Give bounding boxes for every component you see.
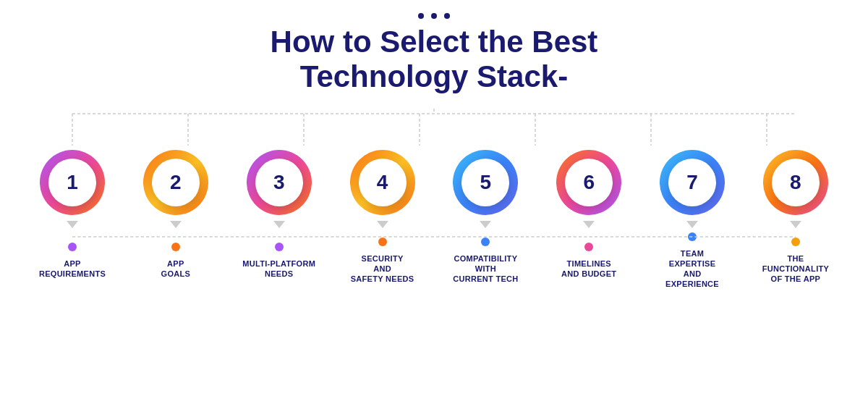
arrow-5: [480, 221, 491, 228]
decorative-dots: [418, 13, 450, 19]
dot-3: [444, 13, 450, 19]
inner-1: 1: [48, 159, 96, 206]
arrow-3: [273, 221, 285, 228]
ring-4: 4: [350, 150, 415, 215]
page-wrapper: How to Select the Best Technology Stack-…: [0, 0, 868, 399]
item-8: 8: [752, 150, 839, 232]
label-6: TIMELINESAND BUDGET: [561, 259, 616, 280]
number-3: 3: [273, 171, 285, 194]
tree-svg: [29, 108, 839, 146]
indicator-5: COMPATIBILITYWITHCURRENT TECH: [442, 238, 529, 285]
inner-2: 2: [152, 159, 200, 206]
label-8: THEFUNCTIONALITYOF THE APP: [762, 253, 830, 285]
arrow-1: [67, 221, 78, 228]
item-5: 5: [442, 150, 529, 232]
indicator-8: THEFUNCTIONALITYOF THE APP: [752, 238, 839, 285]
indicator-3: MULTI-PLATFORMNEEDS: [236, 243, 323, 280]
number-2: 2: [170, 171, 182, 194]
tree-connector: [29, 108, 839, 146]
dot-indicator-1: [68, 243, 77, 251]
dot-2: [431, 13, 437, 19]
dot-indicator-2: [171, 243, 180, 251]
inner-3: 3: [255, 159, 303, 206]
arrow-4: [377, 221, 388, 228]
inner-5: 5: [461, 159, 509, 206]
page-title: How to Select the Best Technology Stack-: [271, 25, 598, 95]
number-8: 8: [790, 171, 801, 194]
item-1: 1: [29, 150, 116, 232]
number-7: 7: [686, 171, 698, 194]
number-6: 6: [583, 171, 595, 194]
label-1: APPREQUIREMENTS: [39, 259, 106, 280]
indicator-7: TEAMEXPERTISEANDEXPERIENCE: [649, 232, 736, 290]
label-2: APPGOALS: [161, 259, 191, 280]
dot-indicator-4: [378, 238, 387, 246]
arrow-8: [790, 221, 801, 228]
number-5: 5: [480, 171, 492, 194]
ring-5: 5: [453, 150, 518, 215]
item-2: 2: [132, 150, 219, 232]
arrow-6: [583, 221, 595, 228]
indicator-6: TIMELINESAND BUDGET: [545, 243, 632, 280]
number-1: 1: [67, 171, 78, 194]
ring-2: 2: [143, 150, 208, 215]
inner-8: 8: [772, 159, 820, 206]
dot-indicator-8: [791, 238, 800, 246]
indicators-row: APPREQUIREMENTS APPGOALS MULTI-PLATFORMN…: [29, 232, 839, 290]
inner-7: 7: [668, 159, 716, 206]
circles-row: 1 2 3 4: [29, 150, 839, 232]
number-4: 4: [377, 171, 388, 194]
dot-1: [418, 13, 424, 19]
dot-indicator-3: [275, 243, 284, 251]
item-3: 3: [236, 150, 323, 232]
inner-4: 4: [359, 159, 407, 206]
item-4: 4: [339, 150, 426, 232]
item-6: 6: [545, 150, 632, 232]
inner-6: 6: [565, 159, 613, 206]
ring-1: 1: [40, 150, 105, 215]
ring-8: 8: [763, 150, 828, 215]
label-5: COMPATIBILITYWITHCURRENT TECH: [453, 253, 518, 285]
ring-3: 3: [247, 150, 312, 215]
dot-indicator-5: [481, 238, 490, 246]
ring-6: 6: [556, 150, 621, 215]
dot-indicator-6: [584, 243, 593, 251]
indicator-2: APPGOALS: [132, 243, 219, 280]
ring-7: 7: [660, 150, 725, 215]
label-7: TEAMEXPERTISEANDEXPERIENCE: [665, 248, 719, 290]
arrow-7: [686, 221, 698, 228]
indicator-4: SECURITYANDSAFETY NEEDS: [339, 238, 426, 285]
dot-indicator-7: [688, 232, 697, 241]
arrow-2: [170, 221, 182, 228]
label-4: SECURITYANDSAFETY NEEDS: [351, 253, 414, 285]
label-3: MULTI-PLATFORMNEEDS: [242, 259, 315, 280]
indicator-1: APPREQUIREMENTS: [29, 243, 116, 280]
item-7: 7: [649, 150, 736, 232]
